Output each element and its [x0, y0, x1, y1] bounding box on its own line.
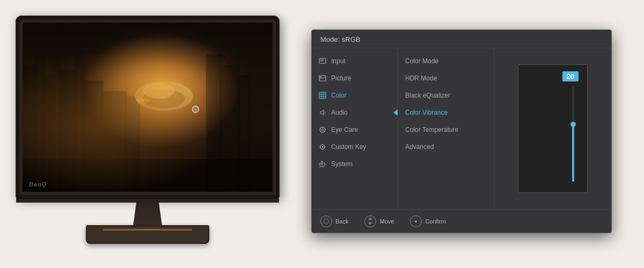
osd-menu: Mode: sRGB Input	[311, 29, 612, 233]
slider-value: 20	[562, 71, 579, 81]
arrow-down-icon	[368, 222, 372, 225]
submenu-color-temperature[interactable]: Color Temperature	[398, 121, 494, 138]
nav-item-picture[interactable]: Picture	[312, 70, 397, 87]
input-icon	[318, 57, 327, 65]
custom-key-icon	[318, 143, 327, 151]
stand-detail	[103, 229, 192, 230]
svg-rect-24	[321, 59, 323, 61]
svg-rect-29	[319, 92, 326, 99]
svg-point-42	[321, 163, 323, 165]
slider-box: 20	[518, 64, 588, 193]
color-icon	[318, 91, 327, 100]
osd-title: Mode: sRGB	[312, 30, 611, 48]
slider-track-container[interactable]	[571, 86, 575, 182]
back-control[interactable]: Back	[320, 215, 348, 227]
nav-item-custom-key[interactable]: Custom Key	[312, 138, 397, 155]
submenu-hdr-mode[interactable]: HDR Mode	[398, 70, 494, 87]
nav-item-audio[interactable]: Audio	[312, 104, 397, 121]
slider-track	[572, 86, 574, 182]
back-icon	[320, 215, 332, 227]
move-control[interactable]: Move	[364, 215, 394, 227]
submenu-color-vibrance[interactable]: Color Vibrance	[398, 104, 494, 121]
svg-point-34	[320, 127, 325, 132]
svg-point-37	[322, 146, 324, 148]
slider-thumb	[570, 122, 576, 127]
monitor-screen: BenQ	[23, 23, 273, 192]
move-icon	[364, 215, 376, 227]
submenu-black-equalizer[interactable]: Black eQualizer	[398, 87, 494, 104]
confirm-icon	[410, 215, 422, 227]
submenu-selection-arrow	[393, 109, 398, 116]
system-icon	[318, 160, 327, 168]
submenu-advanced[interactable]: Advanced	[398, 138, 494, 155]
osd-nav: Input Picture	[312, 48, 398, 209]
monitor-stand	[86, 225, 209, 244]
picture-icon	[318, 74, 327, 83]
audio-icon	[318, 108, 327, 117]
osd-submenu: Color Mode HDR Mode Black eQualizer Colo…	[398, 48, 494, 209]
svg-point-28	[320, 77, 321, 78]
monitor: BenQ	[16, 16, 295, 252]
nav-item-color[interactable]: Color	[312, 87, 397, 104]
confirm-control[interactable]: Confirm	[410, 215, 446, 227]
submenu-color-mode[interactable]: Color Mode	[398, 53, 494, 70]
slider-fill	[572, 124, 574, 182]
osd-bottom-bar: Back Move Confirm	[312, 209, 611, 233]
osd-content: Input Picture	[312, 48, 611, 209]
svg-point-35	[321, 129, 324, 131]
nav-item-eye-care[interactable]: Eye Care	[312, 121, 397, 138]
eye-care-icon	[318, 125, 327, 134]
screen-overlay	[23, 23, 273, 192]
nav-item-system[interactable]: System	[312, 155, 397, 173]
nav-item-input[interactable]: Input	[312, 53, 397, 70]
arrow-up-icon	[368, 218, 372, 220]
osd-slider-panel: 20	[494, 48, 611, 209]
monitor-bottom-bezel	[16, 198, 279, 203]
scene: BenQ Mode: sRGB	[0, 0, 644, 268]
monitor-frame: BenQ	[16, 16, 279, 198]
